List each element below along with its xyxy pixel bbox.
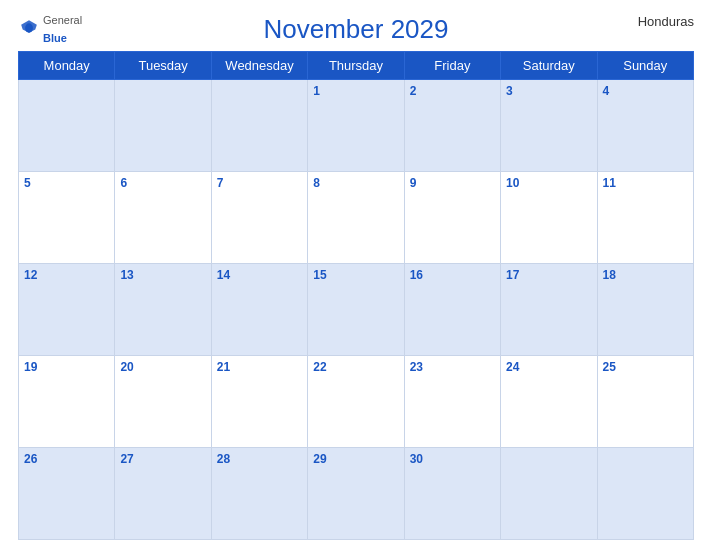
calendar-header: General Blue November 2029 Honduras (18, 10, 694, 45)
calendar-day-cell: 4 (597, 80, 693, 172)
day-number: 9 (410, 176, 495, 190)
calendar-table: MondayTuesdayWednesdayThursdayFridaySatu… (18, 51, 694, 540)
calendar-day-cell: 28 (211, 448, 307, 540)
calendar-day-cell: 12 (19, 264, 115, 356)
day-number: 17 (506, 268, 591, 282)
logo-area: General Blue (18, 10, 82, 46)
calendar-day-cell: 2 (404, 80, 500, 172)
calendar-day-cell: 7 (211, 172, 307, 264)
day-number: 20 (120, 360, 205, 374)
day-number: 24 (506, 360, 591, 374)
calendar-week-row: 1234 (19, 80, 694, 172)
calendar-wrapper: General Blue November 2029 Honduras Mond… (0, 0, 712, 550)
calendar-week-row: 2627282930 (19, 448, 694, 540)
day-number: 18 (603, 268, 688, 282)
day-number: 6 (120, 176, 205, 190)
weekday-header-saturday: Saturday (501, 52, 597, 80)
logo-bird-icon (18, 17, 40, 39)
country-label: Honduras (638, 14, 694, 29)
day-number: 4 (603, 84, 688, 98)
calendar-day-cell: 9 (404, 172, 500, 264)
day-number: 26 (24, 452, 109, 466)
calendar-day-cell: 1 (308, 80, 404, 172)
weekday-header-sunday: Sunday (597, 52, 693, 80)
day-number: 11 (603, 176, 688, 190)
day-number: 25 (603, 360, 688, 374)
day-number: 1 (313, 84, 398, 98)
calendar-day-cell: 6 (115, 172, 211, 264)
day-number: 28 (217, 452, 302, 466)
calendar-day-cell (211, 80, 307, 172)
calendar-day-cell: 24 (501, 356, 597, 448)
weekday-header-tuesday: Tuesday (115, 52, 211, 80)
day-number: 8 (313, 176, 398, 190)
day-number: 2 (410, 84, 495, 98)
weekday-header-thursday: Thursday (308, 52, 404, 80)
calendar-day-cell: 25 (597, 356, 693, 448)
calendar-day-cell: 8 (308, 172, 404, 264)
calendar-day-cell: 17 (501, 264, 597, 356)
calendar-day-cell: 13 (115, 264, 211, 356)
calendar-day-cell: 11 (597, 172, 693, 264)
calendar-day-cell: 30 (404, 448, 500, 540)
calendar-title: November 2029 (264, 14, 449, 45)
calendar-day-cell: 18 (597, 264, 693, 356)
day-number: 30 (410, 452, 495, 466)
day-number: 14 (217, 268, 302, 282)
weekday-header-monday: Monday (19, 52, 115, 80)
day-number: 7 (217, 176, 302, 190)
calendar-day-cell: 15 (308, 264, 404, 356)
day-number: 23 (410, 360, 495, 374)
weekday-header-row: MondayTuesdayWednesdayThursdayFridaySatu… (19, 52, 694, 80)
calendar-day-cell: 21 (211, 356, 307, 448)
weekday-header-wednesday: Wednesday (211, 52, 307, 80)
day-number: 12 (24, 268, 109, 282)
calendar-day-cell (19, 80, 115, 172)
weekday-header-friday: Friday (404, 52, 500, 80)
calendar-day-cell (115, 80, 211, 172)
day-number: 21 (217, 360, 302, 374)
calendar-day-cell: 10 (501, 172, 597, 264)
calendar-day-cell: 3 (501, 80, 597, 172)
svg-point-3 (25, 23, 33, 32)
day-number: 19 (24, 360, 109, 374)
calendar-day-cell (597, 448, 693, 540)
day-number: 27 (120, 452, 205, 466)
calendar-week-row: 567891011 (19, 172, 694, 264)
logo-general-text: General (43, 14, 82, 26)
calendar-day-cell: 27 (115, 448, 211, 540)
day-number: 13 (120, 268, 205, 282)
day-number: 5 (24, 176, 109, 190)
calendar-day-cell: 23 (404, 356, 500, 448)
calendar-day-cell: 16 (404, 264, 500, 356)
day-number: 3 (506, 84, 591, 98)
calendar-day-cell: 26 (19, 448, 115, 540)
day-number: 10 (506, 176, 591, 190)
calendar-day-cell: 19 (19, 356, 115, 448)
calendar-day-cell: 5 (19, 172, 115, 264)
day-number: 15 (313, 268, 398, 282)
day-number: 22 (313, 360, 398, 374)
calendar-day-cell (501, 448, 597, 540)
calendar-day-cell: 20 (115, 356, 211, 448)
logo-blue-text: Blue (43, 32, 67, 44)
calendar-week-row: 12131415161718 (19, 264, 694, 356)
calendar-day-cell: 22 (308, 356, 404, 448)
day-number: 16 (410, 268, 495, 282)
day-number: 29 (313, 452, 398, 466)
calendar-day-cell: 14 (211, 264, 307, 356)
calendar-day-cell: 29 (308, 448, 404, 540)
calendar-week-row: 19202122232425 (19, 356, 694, 448)
